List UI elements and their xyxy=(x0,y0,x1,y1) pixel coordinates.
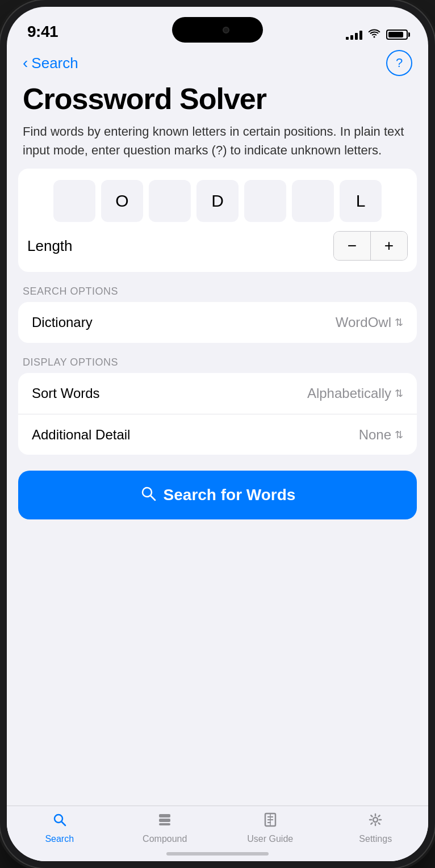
search-options-label: SEARCH OPTIONS xyxy=(7,286,428,302)
dictionary-value: WordOwl ⇅ xyxy=(336,315,403,330)
sort-chevron-icon: ⇅ xyxy=(395,387,403,400)
search-options-card: Dictionary WordOwl ⇅ xyxy=(18,302,417,343)
letter-input-card: O D L Length − + xyxy=(18,169,417,272)
back-chevron-icon: ‹ xyxy=(23,55,28,71)
sort-words-row[interactable]: Sort Words Alphabetically ⇅ xyxy=(18,373,417,414)
dictionary-row[interactable]: Dictionary WordOwl ⇅ xyxy=(18,302,417,343)
tab-user-guide[interactable]: User Guide xyxy=(218,812,323,844)
tab-compound[interactable]: Compound xyxy=(112,812,218,844)
search-words-button[interactable]: Search for Words xyxy=(18,471,417,519)
letter-cell-4[interactable]: D xyxy=(196,180,239,222)
svg-point-12 xyxy=(373,817,378,822)
length-increase-button[interactable]: + xyxy=(371,232,407,260)
length-controls: − + xyxy=(333,231,408,261)
svg-line-3 xyxy=(61,822,65,826)
detail-chevron-icon: ⇅ xyxy=(395,429,403,441)
letter-cell-7[interactable]: L xyxy=(340,180,382,222)
spacer xyxy=(7,531,428,806)
wifi-icon xyxy=(368,28,380,41)
help-button[interactable]: ? xyxy=(386,50,412,76)
page-title: Crossword Solver xyxy=(23,83,412,115)
additional-detail-row[interactable]: Additional Detail None ⇅ xyxy=(18,414,417,455)
phone-frame: 9:41 ‹ xyxy=(0,0,435,868)
screen-content: ‹ Search ? Crossword Solver Find words b… xyxy=(7,45,428,861)
page-header: Crossword Solver Find words by entering … xyxy=(7,78,428,169)
phone-screen: 9:41 ‹ xyxy=(7,7,428,861)
battery-fill xyxy=(388,32,403,37)
length-label: Length xyxy=(27,237,73,255)
svg-rect-5 xyxy=(159,819,170,822)
search-btn-icon xyxy=(140,485,157,506)
settings-tab-icon xyxy=(367,812,383,832)
page-description: Find words by entering known letters in … xyxy=(23,122,412,160)
svg-rect-4 xyxy=(159,814,170,817)
user-guide-tab-icon xyxy=(262,812,278,832)
camera-dot xyxy=(223,27,229,33)
display-options-label: DISPLAY OPTIONS xyxy=(7,357,428,373)
dictionary-label: Dictionary xyxy=(32,315,93,330)
search-tab-icon xyxy=(52,812,68,832)
letter-cell-2[interactable]: O xyxy=(101,180,143,222)
home-indicator xyxy=(166,852,269,856)
user-guide-tab-label: User Guide xyxy=(247,834,293,844)
status-time: 9:41 xyxy=(27,23,58,41)
sort-words-label: Sort Words xyxy=(32,385,100,401)
back-label: Search xyxy=(31,54,78,72)
compound-tab-icon xyxy=(157,812,173,832)
help-icon: ? xyxy=(396,56,403,70)
battery-icon xyxy=(386,30,408,40)
sort-words-value: Alphabetically ⇅ xyxy=(307,385,403,401)
search-tab-label: Search xyxy=(45,834,74,844)
compound-tab-label: Compound xyxy=(143,834,187,844)
letter-grid: O D L xyxy=(27,180,408,222)
tab-settings[interactable]: Settings xyxy=(323,812,429,844)
dynamic-island xyxy=(172,17,263,43)
search-btn-container: Search for Words xyxy=(7,464,428,531)
letter-cell-6[interactable] xyxy=(292,180,334,222)
letter-cell-5[interactable] xyxy=(244,180,286,222)
settings-tab-label: Settings xyxy=(359,834,392,844)
tab-search[interactable]: Search xyxy=(7,812,112,844)
display-options-card: Sort Words Alphabetically ⇅ Additional D… xyxy=(18,373,417,455)
additional-detail-value: None ⇅ xyxy=(359,427,403,443)
signal-icon xyxy=(346,30,362,40)
svg-rect-6 xyxy=(159,823,170,825)
dictionary-chevron-icon: ⇅ xyxy=(395,316,403,329)
letter-cell-3[interactable] xyxy=(149,180,191,222)
back-button[interactable]: ‹ Search xyxy=(23,54,78,72)
svg-line-1 xyxy=(150,496,155,500)
search-btn-label: Search for Words xyxy=(164,486,296,504)
length-row: Length − + xyxy=(27,231,408,261)
additional-detail-label: Additional Detail xyxy=(32,427,130,443)
length-decrease-button[interactable]: − xyxy=(334,232,370,260)
nav-bar: ‹ Search ? xyxy=(7,45,428,78)
letter-cell-1[interactable] xyxy=(53,180,95,222)
status-icons xyxy=(346,28,408,41)
